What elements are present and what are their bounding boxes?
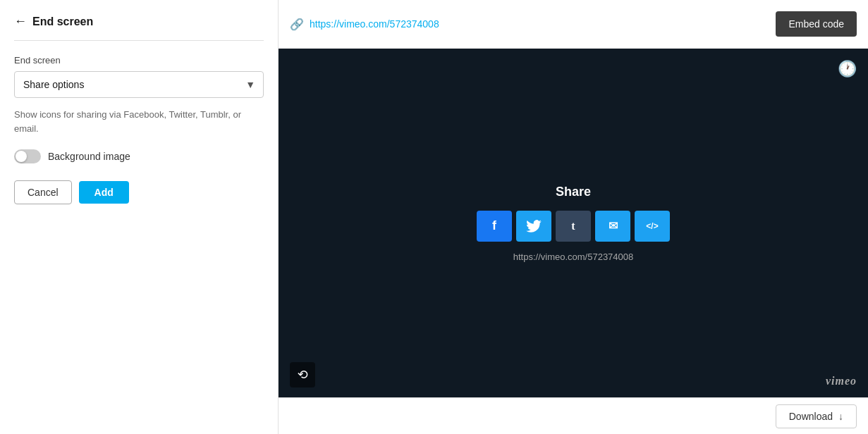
top-bar: 🔗 https://vimeo.com/572374008 Embed code <box>279 0 868 49</box>
toggle-label: Background image <box>48 151 130 162</box>
toggle-knob <box>16 151 27 162</box>
vimeo-logo: vimeo <box>826 375 857 388</box>
download-button[interactable]: Download ↓ <box>776 404 857 428</box>
video-url-link[interactable]: https://vimeo.com/572374008 <box>310 18 439 30</box>
bottom-bar: Download ↓ <box>279 397 868 434</box>
cancel-button[interactable]: Cancel <box>14 180 72 204</box>
background-image-row: Background image <box>14 149 264 163</box>
link-icon: 🔗 <box>290 18 304 31</box>
share-buttons-row: f t ✉ </> <box>477 211 670 242</box>
download-label: Download <box>789 411 833 422</box>
twitter-share-button[interactable] <box>516 211 551 242</box>
clock-icon: 🕐 <box>838 60 857 78</box>
embed-share-button[interactable]: </> <box>635 211 670 242</box>
share-heading: Share <box>556 185 591 199</box>
facebook-share-button[interactable]: f <box>477 211 512 242</box>
back-button[interactable]: ← End screen <box>14 14 264 29</box>
back-arrow-icon: ← <box>14 14 27 29</box>
back-button-label: End screen <box>32 16 93 28</box>
video-preview: 🕐 Share f t ✉ </> https://vimeo.com/5723… <box>279 49 868 397</box>
share-url-text: https://vimeo.com/572374008 <box>513 252 634 262</box>
divider <box>14 40 264 41</box>
tumblr-share-button[interactable]: t <box>556 211 591 242</box>
dropdown-wrapper: Share options Subscribe Watch later Link… <box>14 71 264 98</box>
description-text: Show icons for sharing via Facebook, Twi… <box>14 108 264 135</box>
left-panel: ← End screen End screen Share options Su… <box>0 0 279 434</box>
download-icon: ↓ <box>838 411 843 422</box>
replay-button[interactable]: ⟳ <box>290 362 315 388</box>
right-panel: 🔗 https://vimeo.com/572374008 Embed code… <box>279 0 868 434</box>
replay-icon: ⟳ <box>298 367 308 383</box>
embed-code-button[interactable]: Embed code <box>776 11 857 37</box>
add-button[interactable]: Add <box>79 181 129 204</box>
end-screen-label: End screen <box>14 55 264 66</box>
background-image-toggle[interactable] <box>14 149 41 163</box>
url-row: 🔗 https://vimeo.com/572374008 <box>290 18 439 31</box>
end-screen-select[interactable]: Share options Subscribe Watch later Link <box>14 71 264 98</box>
action-buttons: Cancel Add <box>14 180 264 204</box>
email-share-button[interactable]: ✉ <box>595 211 630 242</box>
